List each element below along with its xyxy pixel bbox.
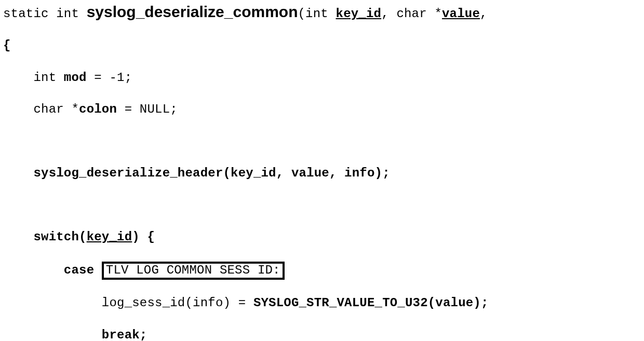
case-1-box: TLV LOG COMMON SESS ID: bbox=[102, 262, 285, 280]
call-name: syslog_deserialize_header bbox=[33, 166, 223, 180]
param1-type: int bbox=[305, 7, 336, 21]
case-1-label: case TLV LOG COMMON SESS ID: bbox=[3, 262, 641, 280]
case-kw-1: case bbox=[64, 263, 102, 277]
mod-name: mod bbox=[64, 71, 87, 85]
function-name: syslog_deserialize_common bbox=[87, 3, 298, 20]
param1-name: key_id bbox=[336, 7, 382, 21]
switch-close: ) { bbox=[132, 230, 155, 244]
param2-name: value bbox=[442, 7, 480, 21]
colon-rest: = NULL; bbox=[117, 102, 178, 116]
case-1-body-pre: log_sess_id(info) = bbox=[102, 296, 253, 310]
switch-open: ( bbox=[79, 230, 87, 244]
mod-type: int bbox=[33, 71, 63, 85]
open-brace: { bbox=[3, 38, 641, 54]
blank-line-1 bbox=[3, 134, 641, 150]
function-signature: static int syslog_deserialize_common(int… bbox=[3, 2, 641, 22]
sig-lparen: ( bbox=[298, 7, 306, 21]
colon-name: colon bbox=[79, 102, 117, 116]
decl-colon: char *colon = NULL; bbox=[3, 102, 641, 118]
case-1-body-fn: SYSLOG_STR_VALUE_TO_U32 bbox=[253, 296, 428, 310]
break-1: break; bbox=[102, 328, 147, 341]
decl-mod: int mod = -1; bbox=[3, 70, 641, 86]
case-1-break: break; bbox=[3, 328, 641, 341]
call-args: (key_id, value, info); bbox=[223, 166, 390, 180]
switch-line: switch(key_id) { bbox=[3, 229, 641, 245]
colon-type: char * bbox=[33, 102, 79, 116]
code-block: static int syslog_deserialize_common(int… bbox=[0, 0, 644, 341]
sig-prefix: static int bbox=[3, 7, 87, 21]
case-1-body-post: (value); bbox=[428, 296, 489, 310]
param2-type: char * bbox=[396, 7, 442, 21]
call-header: syslog_deserialize_header(key_id, value,… bbox=[3, 166, 641, 182]
mod-rest: = -1; bbox=[87, 71, 132, 85]
switch-var: key_id bbox=[87, 230, 132, 244]
switch-kw: switch bbox=[33, 230, 79, 244]
sig-trail: , bbox=[480, 7, 488, 21]
case-1-body: log_sess_id(info) = SYSLOG_STR_VALUE_TO_… bbox=[3, 295, 641, 311]
lbrace-text: { bbox=[3, 38, 11, 52]
sig-comma1: , bbox=[381, 7, 396, 21]
blank-line-2 bbox=[3, 198, 641, 214]
